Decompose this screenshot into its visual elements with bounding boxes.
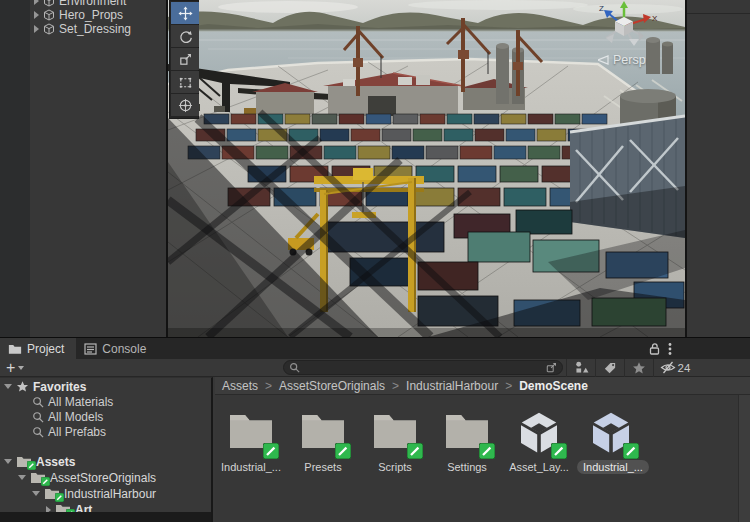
project-toolbar: + 24 [0,359,750,377]
asset-item-settings[interactable]: Settings [433,409,501,473]
move-tool-icon [178,6,193,21]
favorites-item-label: All Materials [48,395,113,409]
search-icon [32,396,44,408]
hidden-packages-toggle[interactable]: 24 [653,359,696,377]
scene-view[interactable]: Z X Persp [166,0,685,337]
asset-item-industrial-scene-selected[interactable]: Industrial_... [577,409,645,473]
favorites-item-all-materials[interactable]: All Materials [32,394,113,409]
folder-icon [44,487,60,500]
open-search-window-icon[interactable] [546,362,557,373]
asset-item-presets[interactable]: Presets [289,409,357,473]
tree-item-industrialharbour[interactable]: IndustrialHarbour [32,486,156,501]
folder-icon [227,409,275,457]
scene-orientation-gizmo[interactable]: Z X [594,0,658,57]
unlock-icon[interactable] [648,342,661,359]
camera-mode-toggle[interactable]: Persp [598,53,646,67]
search-input[interactable] [304,361,542,375]
breadcrumb-separator: > [505,379,512,393]
prefab-cube-icon [43,0,55,7]
collapse-arrow-icon[interactable] [4,459,12,464]
favorites-label: Favorites [33,380,86,394]
vcs-edited-badge [479,443,495,459]
scale-tool-button[interactable] [171,48,199,70]
star-icon [16,380,29,393]
asset-label: Settings [433,461,501,473]
breadcrumb-separator: > [392,379,399,393]
asset-label-selected: Industrial_... [577,461,645,473]
vcs-edited-badge [623,443,639,459]
vertical-scrollbar[interactable] [738,395,750,522]
expand-arrow-icon[interactable] [34,25,39,33]
vcs-edited-badge [41,477,50,486]
plus-icon: + [6,360,15,375]
rect-tool-icon [178,75,193,90]
chevron-down-icon [18,366,24,370]
expand-arrow-icon[interactable] [34,11,39,19]
tree-item-assets[interactable]: Assets [4,454,75,469]
vcs-edited-badge [407,443,423,459]
hierarchy-item-environment[interactable]: Environment [34,0,126,8]
kebab-menu-icon[interactable] [668,342,672,359]
save-search-button[interactable] [624,359,653,377]
tab-project[interactable]: Project [0,338,76,360]
vcs-edited-badge [27,461,36,470]
collapse-arrow-icon[interactable] [32,491,40,496]
tag-icon [603,361,617,375]
horizontal-scrollbar[interactable] [0,512,211,522]
search-by-type-button[interactable] [566,359,595,377]
eye-slash-icon [660,361,676,374]
rotate-tool-icon [178,29,193,44]
search-field[interactable] [283,360,563,375]
tab-label: Project [27,342,64,356]
rect-tool-button[interactable] [171,71,199,93]
search-filter-buttons: 24 [566,359,696,376]
hierarchy-item-label: Hero_Props [59,8,123,22]
favorites-item-all-models[interactable]: All Models [32,409,103,424]
search-icon [32,426,44,438]
collapse-arrow-icon[interactable] [18,475,26,480]
tree-item-label: Assets [36,455,75,469]
search-icon [289,362,300,373]
tab-console[interactable]: Console [76,338,158,360]
tree-item-assetstoreoriginals[interactable]: AssetStoreOriginals [18,470,156,485]
asset-item-scripts[interactable]: Scripts [361,409,429,473]
bottom-tab-bar: Project Console [0,337,750,359]
panel-divider [687,13,750,14]
tree-item-label: IndustrialHarbour [64,487,156,501]
folder-icon [443,409,491,457]
transform-tool-button[interactable] [171,94,199,116]
breadcrumb-segment[interactable]: IndustrialHarbour [406,379,498,393]
breadcrumb-segment[interactable]: Assets [222,379,258,393]
add-asset-button[interactable]: + [6,359,24,376]
collapse-arrow-icon[interactable] [4,384,12,389]
tab-label: Console [102,342,146,356]
hierarchy-item-set-dressing[interactable]: Set_Dressing [34,22,131,36]
hierarchy-item-hero-props[interactable]: Hero_Props [34,8,123,22]
asset-label: Asset_Lay... [505,461,573,473]
move-tool-button[interactable] [171,2,199,24]
folder-icon [299,409,347,457]
prefab-cube-icon [43,9,55,21]
favorites-item-label: All Models [48,410,103,424]
persp-cone-icon [598,55,609,65]
vcs-edited-badge [551,443,567,459]
vcs-edited-badge [335,443,351,459]
search-by-label-button[interactable] [595,359,624,377]
folder-icon [16,455,32,468]
rotate-tool-button[interactable] [171,25,199,47]
search-icon [32,411,44,423]
hierarchy-gutter [0,0,30,337]
unity-scene-icon [587,409,635,457]
asset-item-industrial-folder[interactable]: Industrial_... [217,409,285,473]
favorites-item-all-prefabs[interactable]: All Prefabs [32,424,106,439]
breadcrumb-segment[interactable]: AssetStoreOriginals [279,379,385,393]
asset-item-asset-layout-scene[interactable]: Asset_Lay... [505,409,573,473]
project-tree-panel: Favorites All Materials All Models All P… [0,377,213,522]
expand-arrow-icon[interactable] [34,0,39,5]
favorites-header[interactable]: Favorites [4,379,86,394]
prefab-cube-icon [43,23,55,35]
hidden-count: 24 [678,362,691,374]
breadcrumb-segment-current[interactable]: DemoScene [519,379,588,393]
inspector-panel [685,0,750,337]
search-by-type-icon [574,360,589,375]
